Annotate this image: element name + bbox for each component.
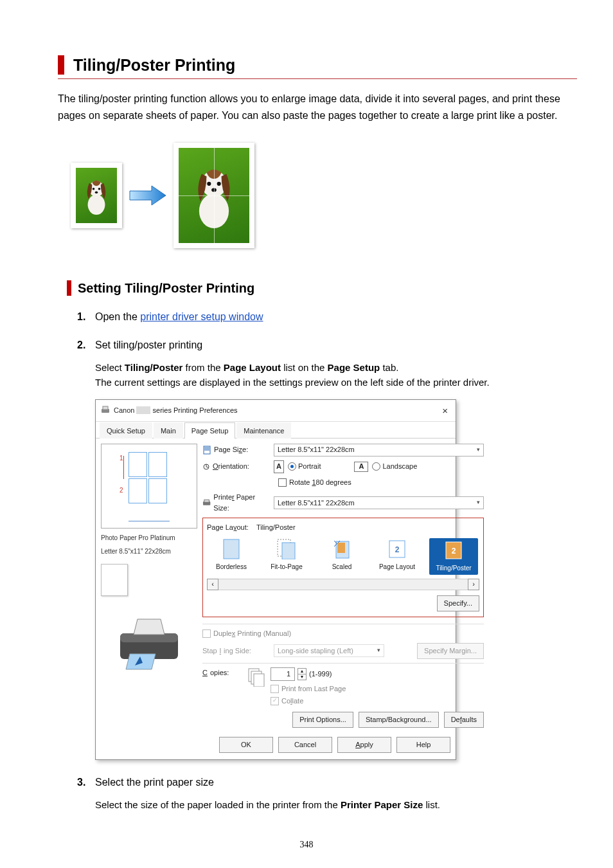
title-accent-bar bbox=[58, 55, 64, 75]
checkbox-duplex-manual[interactable]: Duplex Printing (Manual) bbox=[202, 628, 291, 639]
page-title: Tiling/Poster Printing bbox=[73, 56, 235, 75]
page-size-icon bbox=[202, 446, 211, 455]
label-copies: Copies: bbox=[202, 667, 241, 678]
landscape-letter-icon: A bbox=[354, 462, 368, 472]
label-page-layout: Page Layout: bbox=[207, 523, 249, 531]
printer-paper-icon bbox=[202, 499, 211, 507]
svg-point-3 bbox=[98, 188, 101, 190]
copies-range: (1-999) bbox=[309, 669, 332, 680]
tiling-illustration bbox=[71, 143, 577, 248]
step-3-title: Select the print paper size bbox=[95, 777, 214, 788]
chevron-down-icon: ▾ bbox=[377, 646, 380, 655]
layout-page-layout[interactable]: 2 Page Layout bbox=[374, 538, 420, 575]
step-number: 3. bbox=[77, 777, 90, 788]
dialog-titlebar: Canon xxxx series Printing Preferences × bbox=[96, 400, 456, 422]
step-2-desc1: Select Tiling/Poster from the Page Layou… bbox=[95, 360, 577, 375]
preview-tile-num-2: 2 bbox=[120, 485, 123, 496]
printer-icon bbox=[111, 614, 188, 672]
copies-input[interactable]: 1 bbox=[271, 667, 295, 681]
cancel-button[interactable]: Cancel bbox=[278, 737, 332, 753]
section-accent-bar bbox=[67, 280, 71, 296]
svg-marker-15 bbox=[134, 619, 164, 635]
stapling-select: Long-side stapling (Left) ▾ bbox=[274, 644, 384, 657]
specify-button[interactable]: Specify... bbox=[437, 595, 479, 611]
label-printer-paper: Printer Paper Size: bbox=[213, 492, 270, 514]
step-2: 2. Set tiling/poster printing Select Til… bbox=[77, 339, 577, 760]
media-line-2: Letter 8.5"x11" 22x28cm bbox=[101, 547, 197, 556]
label-page-size: Page Size: bbox=[214, 444, 248, 455]
step-3: 3. Select the print paper size Select th… bbox=[77, 777, 577, 812]
help-button[interactable]: Help bbox=[396, 737, 450, 753]
copies-spin-down[interactable]: ▼ bbox=[298, 674, 306, 680]
page-layout-current: Tiling/Poster bbox=[256, 523, 296, 531]
radio-portrait[interactable]: Portrait bbox=[288, 461, 321, 472]
checkbox-collate[interactable]: ✓Collate bbox=[271, 696, 346, 707]
media-line-1: Photo Paper Pro Platinum bbox=[101, 534, 197, 543]
result-photo bbox=[173, 143, 254, 248]
intro-paragraph: The tiling/poster printing function allo… bbox=[58, 91, 577, 123]
svg-point-9 bbox=[217, 182, 221, 186]
print-options-button[interactable]: Print Options... bbox=[292, 712, 353, 728]
step-3-desc: Select the size of the paper loaded in t… bbox=[95, 797, 577, 812]
svg-point-2 bbox=[93, 188, 95, 190]
printer-driver-link[interactable]: printer driver setup window bbox=[140, 311, 263, 322]
label-orientation: Orientation: bbox=[213, 461, 249, 472]
printer-paper-select[interactable]: Letter 8.5"x11" 22x28cm ▾ bbox=[274, 496, 484, 509]
section-heading-wrap: Setting Tiling/Poster Printing bbox=[58, 280, 577, 296]
checkbox-rotate-180[interactable]: Rotate 180 degrees bbox=[278, 477, 351, 488]
step-1-lead: Open the bbox=[95, 311, 140, 322]
settings-preview: 1 2 bbox=[101, 444, 197, 529]
dog-icon bbox=[82, 177, 111, 216]
page-layout-group: Page Layout: Tiling/Poster Borderless bbox=[202, 518, 484, 617]
label-stapling: Stapling Side: bbox=[202, 646, 270, 656]
defaults-button[interactable]: Defaults bbox=[444, 712, 484, 728]
page-title-wrap: Tiling/Poster Printing bbox=[58, 55, 577, 79]
tab-page-setup[interactable]: Page Setup bbox=[184, 422, 236, 439]
close-button[interactable]: × bbox=[440, 403, 450, 418]
svg-text:2: 2 bbox=[452, 547, 456, 556]
specify-margin-button: Specify Margin... bbox=[417, 643, 484, 659]
copies-icon bbox=[245, 667, 267, 687]
checkbox-print-last[interactable]: Print from Last Page bbox=[271, 683, 346, 694]
layout-scrollbar[interactable]: ‹ › bbox=[207, 579, 479, 590]
step-number: 1. bbox=[77, 311, 90, 323]
apply-button[interactable]: Apply bbox=[337, 737, 391, 753]
svg-rect-26 bbox=[337, 543, 345, 553]
svg-rect-12 bbox=[103, 406, 108, 410]
layout-fit-to-page[interactable]: Fit-to-Page bbox=[263, 538, 310, 575]
svg-point-4 bbox=[95, 192, 98, 194]
svg-text:2: 2 bbox=[395, 545, 400, 554]
dialog-brand: Canon bbox=[114, 406, 134, 414]
layout-borderless[interactable]: Borderless bbox=[208, 538, 254, 575]
svg-point-8 bbox=[207, 182, 211, 186]
layout-scaled[interactable]: Scaled bbox=[319, 538, 365, 575]
ok-button[interactable]: OK bbox=[219, 737, 273, 753]
print-preferences-dialog: Canon xxxx series Printing Preferences ×… bbox=[95, 399, 456, 760]
step-number: 2. bbox=[77, 339, 90, 351]
radio-landscape[interactable]: Landscape bbox=[372, 461, 417, 472]
stamp-background-button[interactable]: Stamp/Background... bbox=[359, 712, 439, 728]
svg-rect-22 bbox=[224, 539, 239, 559]
printer-preview bbox=[101, 601, 197, 685]
portrait-letter-icon: A bbox=[274, 460, 284, 473]
svg-marker-5 bbox=[130, 186, 166, 205]
dialog-title-rest: series Printing Preferences bbox=[153, 406, 238, 414]
chevron-down-icon: ▾ bbox=[477, 498, 480, 507]
tab-quick-setup[interactable]: Quick Setup bbox=[100, 422, 152, 439]
arrow-right-icon bbox=[129, 183, 167, 208]
svg-rect-21 bbox=[204, 500, 209, 502]
step-1: 1. Open the printer driver setup window bbox=[77, 311, 577, 323]
copies-spin-up[interactable]: ▲ bbox=[298, 668, 306, 674]
tab-maintenance[interactable]: Maintenance bbox=[236, 422, 291, 439]
scroll-left-icon[interactable]: ‹ bbox=[207, 579, 218, 590]
page-size-select[interactable]: Letter 8.5"x11" 22x28cm ▾ bbox=[274, 444, 484, 457]
svg-point-0 bbox=[88, 195, 105, 215]
source-photo bbox=[71, 163, 122, 228]
chevron-down-icon: ▾ bbox=[477, 446, 480, 455]
tab-main[interactable]: Main bbox=[154, 422, 183, 439]
step-2-desc2: The current settings are displayed in th… bbox=[95, 375, 577, 390]
page-number: 348 bbox=[0, 840, 613, 850]
scroll-right-icon[interactable]: › bbox=[468, 579, 479, 590]
dialog-tabs: Quick Setup Main Page Setup Maintenance bbox=[96, 422, 456, 439]
layout-tiling-poster[interactable]: 2 Tiling/Poster bbox=[429, 538, 478, 575]
